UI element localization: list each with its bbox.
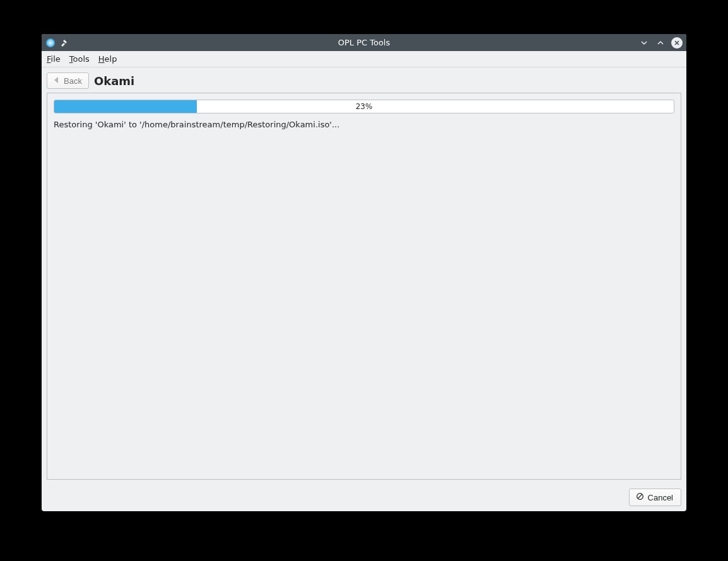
menubar: File Tools Help — [42, 51, 686, 67]
window-title: OPL PC Tools — [42, 38, 686, 47]
status-text: Restoring 'Okami' to '/home/brainstream/… — [54, 120, 674, 129]
svg-line-4 — [638, 494, 642, 499]
menu-help[interactable]: Help — [98, 54, 117, 64]
app-window: OPL PC Tools File Tools Help Back Okami — [42, 34, 686, 511]
page-title: Okami — [94, 74, 134, 88]
progress-label: 23% — [54, 100, 674, 113]
header-row: Back Okami — [42, 67, 686, 93]
app-icon — [45, 38, 56, 48]
svg-point-2 — [49, 42, 51, 43]
window-controls — [638, 37, 683, 49]
cancel-icon — [636, 492, 644, 502]
menu-file[interactable]: File — [47, 54, 61, 64]
footer: Cancel — [42, 485, 686, 511]
progress-bar: 23% — [54, 100, 674, 113]
titlebar: OPL PC Tools — [42, 34, 686, 51]
maximize-button[interactable] — [655, 37, 666, 49]
back-button[interactable]: Back — [47, 72, 89, 89]
back-arrow-icon — [52, 76, 61, 86]
menu-tools[interactable]: Tools — [69, 54, 90, 64]
cancel-button-label: Cancel — [648, 493, 673, 502]
minimize-button[interactable] — [638, 37, 650, 49]
back-button-label: Back — [64, 76, 82, 86]
pin-icon[interactable] — [59, 38, 68, 47]
close-button[interactable] — [671, 37, 683, 49]
content-frame: 23% Restoring 'Okami' to '/home/brainstr… — [47, 93, 681, 480]
cancel-button[interactable]: Cancel — [629, 489, 681, 506]
